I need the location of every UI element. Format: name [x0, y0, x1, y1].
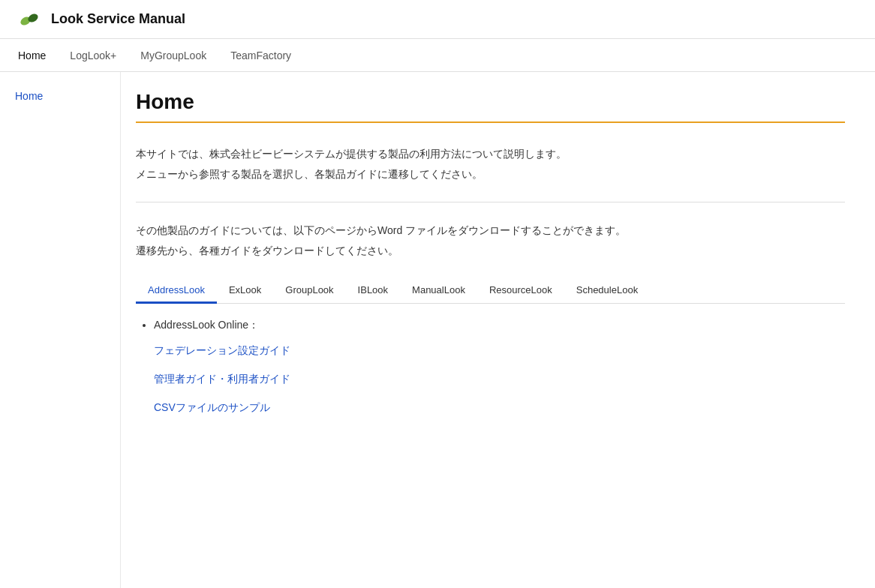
nav-item-loglook[interactable]: LogLook+ — [70, 42, 116, 69]
tab-schedulelook[interactable]: ScheduleLook — [564, 278, 650, 304]
list-item: フェデレーション設定ガイド — [154, 344, 842, 358]
page-layout: Home Home 本サイトでは、株式会社ビービーシステムが提供する製品の利用方… — [0, 72, 875, 588]
list-item: CSVファイルのサンプル — [154, 401, 842, 415]
page-title: Home — [136, 90, 845, 114]
intro-line2: メニューから参照する製品を選択し、各製品ガイドに遷移してください。 — [136, 164, 845, 184]
nav-item-teamfactory[interactable]: TeamFactory — [230, 42, 291, 69]
link-admin-guide[interactable]: 管理者ガイド・利用者ガイド — [154, 373, 290, 385]
tab-manuallook[interactable]: ManualLook — [400, 278, 477, 304]
tab-grouplook[interactable]: GroupLook — [273, 278, 345, 304]
nav-item-home[interactable]: Home — [18, 42, 46, 69]
addresslook-bullet: AddressLook Online： — [154, 319, 842, 332]
heading-divider — [136, 122, 845, 123]
intro-line1: 本サイトでは、株式会社ビービーシステムが提供する製品の利用方法について説明します… — [136, 144, 845, 164]
sidebar-item-home[interactable]: Home — [15, 90, 105, 102]
app-title: Look Service Manual — [51, 11, 185, 27]
list-item: 管理者ガイド・利用者ガイド — [154, 373, 842, 386]
addresslook-links: フェデレーション設定ガイド 管理者ガイド・利用者ガイド CSVファイルのサンプル — [154, 344, 842, 415]
download-block: その他製品のガイドについては、以下のページからWord ファイルをダウンロードす… — [136, 220, 845, 260]
download-line2: 遷移先から、各種ガイドをダウンロードしてください。 — [136, 241, 845, 261]
tabs-list: AddressLook ExLook GroupLook IBLook Manu… — [136, 278, 845, 304]
product-tabs: AddressLook ExLook GroupLook IBLook Manu… — [136, 278, 845, 415]
link-federation[interactable]: フェデレーション設定ガイド — [154, 344, 290, 356]
nav-item-mygrouplook[interactable]: MyGroupLook — [140, 42, 206, 69]
sidebar: Home — [0, 72, 120, 588]
app-logo-icon — [18, 8, 42, 32]
tab-resourcelook[interactable]: ResourceLook — [477, 278, 564, 304]
content-divider-1 — [136, 202, 845, 202]
tab-exlook[interactable]: ExLook — [217, 278, 273, 304]
main-content: Home 本サイトでは、株式会社ビービーシステムが提供する製品の利用方法について… — [120, 72, 875, 588]
app-header: Look Service Manual — [0, 0, 875, 39]
tab-addresslook[interactable]: AddressLook — [136, 278, 217, 304]
download-line1: その他製品のガイドについては、以下のページからWord ファイルをダウンロードす… — [136, 220, 845, 241]
intro-block: 本サイトでは、株式会社ビービーシステムが提供する製品の利用方法について説明します… — [136, 144, 845, 184]
app-nav: Home LogLook+ MyGroupLook TeamFactory — [0, 39, 875, 72]
tab-content-addresslook: AddressLook Online： フェデレーション設定ガイド 管理者ガイド… — [136, 319, 845, 415]
tab-iblook[interactable]: IBLook — [346, 278, 400, 304]
link-csv-sample[interactable]: CSVファイルのサンプル — [154, 401, 270, 413]
